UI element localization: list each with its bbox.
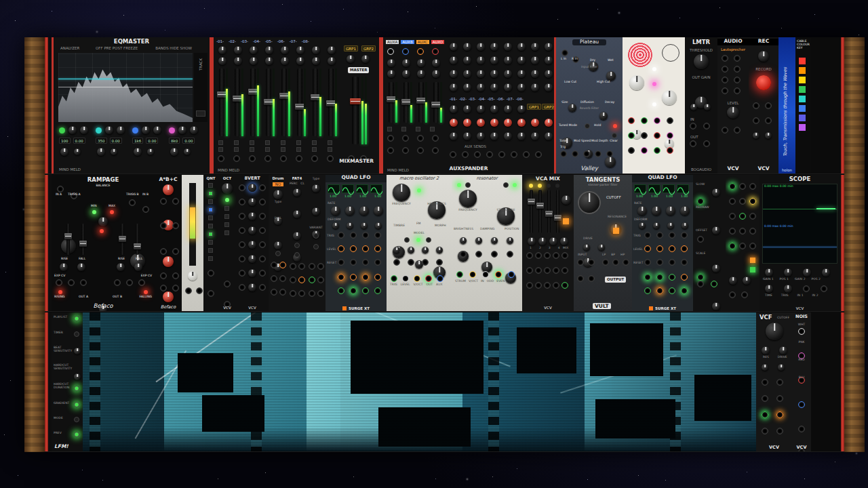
playlist-button[interactable] <box>74 316 79 321</box>
aux-d-label[interactable]: AUXD <box>431 40 445 44</box>
audio-io-port[interactable] <box>722 55 728 62</box>
send-knob[interactable] <box>477 56 485 64</box>
trig-port[interactable] <box>362 232 369 239</box>
rate-knob[interactable] <box>652 206 661 216</box>
lfo-out-port[interactable] <box>644 287 651 294</box>
cycle-port[interactable] <box>126 279 133 286</box>
mix-cv-port[interactable] <box>561 252 568 259</box>
mix-out-port[interactable] <box>561 282 568 289</box>
lfo-waveform-display[interactable] <box>677 184 689 193</box>
cv-port[interactable] <box>507 251 513 258</box>
send-knob[interactable] <box>463 56 471 64</box>
slider-cap[interactable] <box>528 199 535 205</box>
channel-input-port[interactable] <box>233 155 240 162</box>
port[interactable] <box>290 277 296 283</box>
scale-button[interactable] <box>208 199 213 204</box>
knob[interactable] <box>312 184 320 192</box>
rate-knob[interactable] <box>680 206 690 216</box>
gradient-button[interactable] <box>74 402 79 407</box>
pan-knob[interactable] <box>234 57 242 65</box>
time-knob[interactable] <box>765 285 773 293</box>
gain2-knob[interactable] <box>803 268 811 277</box>
send-knob[interactable] <box>531 56 539 64</box>
meter-out-port[interactable] <box>196 287 203 294</box>
cv-port[interactable] <box>422 259 429 266</box>
out-port[interactable] <box>526 282 533 289</box>
deform-knob[interactable] <box>653 222 660 229</box>
out2-port[interactable] <box>172 272 179 279</box>
fader-cap[interactable] <box>401 99 411 105</box>
channel-input-port[interactable] <box>280 155 287 162</box>
scale-button-lit[interactable] <box>208 191 213 196</box>
ch1-slider[interactable] <box>530 190 533 233</box>
via-knob-b[interactable] <box>662 90 677 105</box>
qnt-in-port[interactable] <box>208 270 214 277</box>
out-b-port[interactable] <box>114 279 121 286</box>
port[interactable] <box>776 428 783 434</box>
send-knob[interactable] <box>545 132 553 140</box>
fader-cap[interactable] <box>387 96 396 102</box>
voct-port[interactable] <box>414 275 420 282</box>
shape-slider-a2[interactable] <box>81 224 85 255</box>
port[interactable] <box>749 183 756 190</box>
solo-button[interactable] <box>234 147 239 152</box>
cv-port[interactable] <box>595 150 601 157</box>
port[interactable] <box>271 275 277 282</box>
group-1-button[interactable]: GRP1 <box>527 104 541 110</box>
ch2-slider[interactable] <box>538 190 542 233</box>
gain-knob[interactable] <box>234 46 242 54</box>
audio-io-port[interactable] <box>722 87 728 94</box>
group-2-button[interactable]: GRP2 <box>542 104 556 110</box>
lfo-waveform-display[interactable] <box>356 184 368 193</box>
out-port[interactable] <box>553 282 559 289</box>
slow-knob[interactable] <box>712 188 720 197</box>
hardcut-sensitivity-knob[interactable] <box>74 373 81 380</box>
port[interactable] <box>298 263 305 270</box>
send-port[interactable] <box>523 151 530 158</box>
level-knob[interactable] <box>727 106 739 119</box>
out1-port[interactable] <box>172 222 179 229</box>
mute-button[interactable] <box>234 140 239 145</box>
lfo-out-port[interactable] <box>374 274 381 281</box>
fader-cap[interactable] <box>233 96 242 102</box>
oct-button[interactable] <box>224 206 229 211</box>
level-port[interactable] <box>669 245 675 252</box>
pos2-knob[interactable] <box>822 268 830 277</box>
qnt-out-port[interactable] <box>208 290 214 297</box>
band-gain-knob[interactable] <box>80 126 88 134</box>
trigg-b-port[interactable] <box>129 199 136 206</box>
cv-port[interactable] <box>526 252 533 259</box>
b2-port[interactable] <box>172 248 179 255</box>
port[interactable] <box>739 198 746 205</box>
channel-input-port[interactable] <box>311 155 318 162</box>
via-port[interactable] <box>641 117 648 124</box>
gain-knob[interactable] <box>312 46 320 54</box>
lfo-out-port[interactable] <box>669 287 675 294</box>
button-orange[interactable] <box>750 258 755 263</box>
send-knob-red[interactable] <box>517 119 526 127</box>
audio-io-port[interactable] <box>734 66 741 73</box>
pan-knob[interactable] <box>265 57 273 65</box>
reset-port[interactable] <box>644 259 651 266</box>
level-port[interactable] <box>350 245 357 252</box>
channel-label[interactable]: -06- <box>277 39 285 43</box>
tuned-mode-button[interactable] <box>585 123 590 129</box>
mode-chip[interactable]: NO <box>273 182 283 186</box>
send-knob[interactable] <box>463 83 471 92</box>
cable-colour-blue[interactable] <box>799 105 806 112</box>
reset-port[interactable] <box>669 259 675 266</box>
frequency-knob[interactable] <box>393 184 410 201</box>
out-port[interactable] <box>259 270 266 277</box>
port[interactable] <box>749 213 756 220</box>
port[interactable] <box>271 262 277 268</box>
audio-io-port[interactable] <box>734 77 741 83</box>
white-noise-port[interactable] <box>798 328 805 335</box>
aux-knob[interactable] <box>417 59 425 67</box>
send-port[interactable] <box>462 151 469 158</box>
voct-port[interactable] <box>469 271 476 278</box>
port[interactable] <box>298 290 305 297</box>
solo-button[interactable] <box>218 147 223 152</box>
atten-knob[interactable] <box>248 255 256 263</box>
atten-knob[interactable] <box>248 226 256 235</box>
cv-atten-knob[interactable] <box>491 237 498 244</box>
